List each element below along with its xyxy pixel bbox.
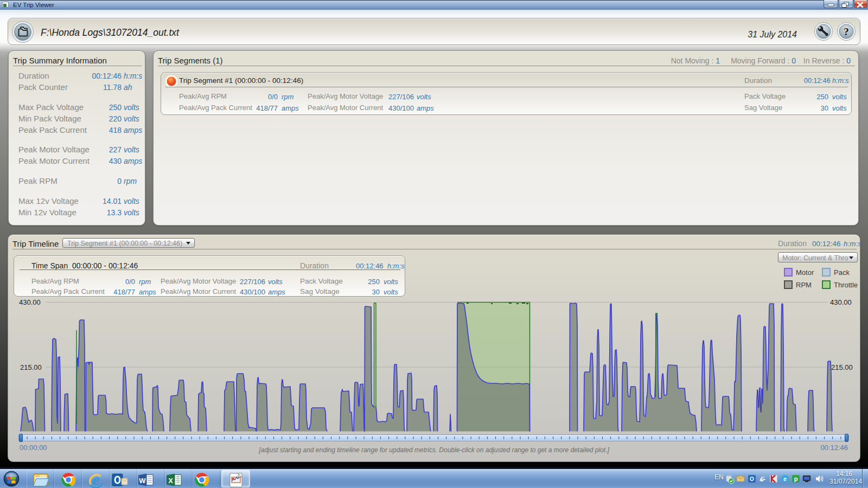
svg-text:p: p [794, 476, 798, 482]
svg-text:O: O [750, 476, 754, 482]
svg-text:e: e [783, 476, 787, 482]
svg-text:?: ? [844, 26, 849, 37]
svg-text:W: W [139, 477, 146, 485]
svg-text:X: X [168, 477, 173, 485]
svg-text:e: e [92, 471, 99, 488]
